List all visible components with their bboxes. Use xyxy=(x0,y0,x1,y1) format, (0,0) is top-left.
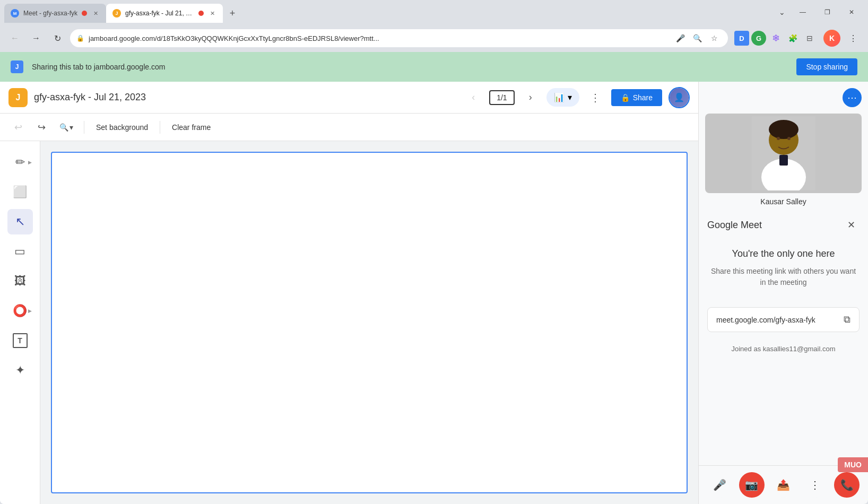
tab-jam[interactable]: J gfy-asxa-fyk - Jul 21, 2023 - ✕ xyxy=(106,4,223,23)
select-icon: ↖ xyxy=(15,215,25,229)
share-meeting-text: Share this meeting link with others you … xyxy=(707,266,860,288)
set-background-button[interactable]: Set background xyxy=(91,120,153,135)
tab-meet-label: Meet - gfy-asxa-fyk xyxy=(23,10,77,17)
close-meet-button[interactable]: ✕ xyxy=(843,216,860,233)
tab-jam-record-dot xyxy=(198,11,204,16)
stop-sharing-button[interactable]: Stop sharing xyxy=(796,58,857,75)
meet-favicon: M xyxy=(11,9,19,18)
tab-meet-record-dot xyxy=(82,11,87,16)
toolbar-divider-2 xyxy=(160,121,160,134)
profile-avatar[interactable]: K xyxy=(823,30,840,47)
maximize-button[interactable]: ❐ xyxy=(815,4,839,21)
undo-button[interactable]: ↩ xyxy=(8,118,28,137)
share-button[interactable]: 🔒 Share xyxy=(611,89,662,106)
svg-point-6 xyxy=(787,137,791,140)
jamboard-header: J gfy-asxa-fyk - Jul 21, 2023 ‹ 1/1 › 📊 … xyxy=(0,82,698,114)
sharing-favicon: J xyxy=(11,60,23,73)
jamboard-title: gfy-asxa-fyk - Jul 21, 2023 xyxy=(34,92,457,103)
extension-d-icon[interactable]: D xyxy=(734,31,749,46)
frame-counter: 1/1 xyxy=(489,90,514,105)
present-button[interactable]: 📤 xyxy=(771,472,796,498)
minimize-button[interactable]: — xyxy=(791,4,815,21)
shapes-icon: ⭕ xyxy=(13,304,27,318)
tab-meet-close[interactable]: ✕ xyxy=(91,9,100,18)
meet-info: You're the only one here Share this meet… xyxy=(699,238,868,299)
chrome-menu-icon[interactable]: ⋮ xyxy=(845,30,862,47)
audio-level-button[interactable]: 📊 ▾ xyxy=(546,88,579,107)
toolbar-divider xyxy=(84,121,84,134)
participant-silhouette xyxy=(752,116,815,190)
copy-link-icon[interactable]: ⧉ xyxy=(844,314,850,325)
presenter-img: 👤 xyxy=(670,88,689,107)
search-icon[interactable]: 🔍 xyxy=(690,31,705,46)
prev-frame-button[interactable]: ‹ xyxy=(464,88,483,107)
meet-more-button[interactable]: ⋮ xyxy=(802,472,828,498)
laser-icon: ✦ xyxy=(15,363,25,377)
tab-jam-close[interactable]: ✕ xyxy=(208,9,216,18)
participant-name: Kausar Salley xyxy=(699,193,868,210)
jam-favicon: J xyxy=(112,9,121,18)
text-icon: T xyxy=(13,333,28,348)
zoom-button[interactable]: 🔍 ▾ xyxy=(55,121,77,134)
address-bar[interactable]: 🔒 jamboard.google.com/d/18TsKkO3kyQQQWKK… xyxy=(70,29,728,47)
canvas-area[interactable] xyxy=(40,141,698,504)
share-label: Share xyxy=(633,93,653,102)
extension-g-icon[interactable]: G xyxy=(751,31,766,46)
canvas-frame xyxy=(51,152,688,493)
eraser-tool[interactable]: ⬜ xyxy=(7,179,33,205)
audio-wave-icon: 📊 xyxy=(554,92,565,102)
new-tab-button[interactable]: + xyxy=(225,6,240,21)
extension-snowflake-icon[interactable]: ❄ xyxy=(768,31,783,46)
redo-button[interactable]: ↪ xyxy=(32,118,51,137)
meeting-link-box: meet.google.com/gfy-asxa-fyk ⧉ xyxy=(707,307,860,332)
tab-meet[interactable]: M Meet - gfy-asxa-fyk ✕ xyxy=(4,4,106,23)
address-bar-row: ← → ↻ 🔒 jamboard.google.com/d/18TsKkO3ky… xyxy=(0,24,868,52)
meeting-link-text: meet.google.com/gfy-asxa-fyk xyxy=(716,316,815,324)
joined-as-text: Joined as kasallies11@gmail.com xyxy=(699,341,868,357)
participant-video-container xyxy=(699,114,868,193)
pen-tool[interactable]: ✏ ▶ xyxy=(7,150,33,175)
tools-sidebar: ✏ ▶ ⬜ ↖ ▭ xyxy=(0,141,40,504)
meet-more-options[interactable]: ⋯ xyxy=(843,88,862,107)
lock-icon: 🔒 xyxy=(76,34,84,42)
mic-search-icon[interactable]: 🎤 xyxy=(673,31,688,46)
sidebar-toggle-icon[interactable]: ⊟ xyxy=(802,31,817,46)
bookmark-star-icon[interactable]: ☆ xyxy=(707,31,722,46)
sticky-note-tool[interactable]: ▭ xyxy=(7,239,33,264)
shapes-tool[interactable]: ⭕ ▶ xyxy=(7,298,33,324)
zoom-dropdown-icon: ▾ xyxy=(70,123,73,132)
window-controls: ⌄ — ❐ ✕ xyxy=(774,4,864,21)
lock-share-icon: 🔒 xyxy=(621,93,630,102)
reload-button[interactable]: ↻ xyxy=(49,30,66,47)
hang-up-button[interactable]: 📞 xyxy=(834,472,860,498)
pen-icon: ✏ xyxy=(15,155,25,169)
url-text: jamboard.google.com/d/18TsKkO3kyQQQWKKnj… xyxy=(89,34,669,42)
svg-rect-4 xyxy=(779,155,788,166)
address-actions: 🎤 🔍 ☆ xyxy=(673,31,722,46)
next-frame-button[interactable]: › xyxy=(521,88,540,107)
extensions-area: D G ❄ 🧩 ⊟ xyxy=(734,31,817,46)
back-button[interactable]: ← xyxy=(6,30,23,47)
audio-dropdown-icon: ▾ xyxy=(568,92,572,102)
pen-expand-icon: ▶ xyxy=(28,160,32,165)
jamboard-logo: J xyxy=(8,88,28,107)
text-tool[interactable]: T xyxy=(7,328,33,353)
mic-button[interactable]: 🎤 xyxy=(707,472,733,498)
jamboard-more-options[interactable]: ⋮ xyxy=(586,88,605,107)
svg-point-2 xyxy=(769,120,798,139)
meet-controls: 🎤 📷 📤 ⋮ 📞 MUO xyxy=(699,465,868,504)
laser-tool[interactable]: ✦ xyxy=(7,358,33,383)
image-tool[interactable]: 🖼 xyxy=(7,268,33,294)
forward-button[interactable]: → xyxy=(28,30,45,47)
image-icon: 🖼 xyxy=(14,274,26,288)
extension-puzzle-icon[interactable]: 🧩 xyxy=(785,31,800,46)
close-button[interactable]: ✕ xyxy=(839,4,864,21)
clear-frame-button[interactable]: Clear frame xyxy=(167,120,216,135)
tab-jam-label: gfy-asxa-fyk - Jul 21, 2023 - xyxy=(125,10,194,17)
video-off-button[interactable]: 📷 xyxy=(739,472,765,498)
meet-panel: ⋯ xyxy=(698,82,868,504)
presenter-avatar[interactable]: 👤 xyxy=(669,87,690,108)
select-tool[interactable]: ↖ xyxy=(7,209,33,234)
shapes-expand-icon: ▶ xyxy=(28,308,32,314)
chevron-down-icon[interactable]: ⌄ xyxy=(774,4,791,21)
